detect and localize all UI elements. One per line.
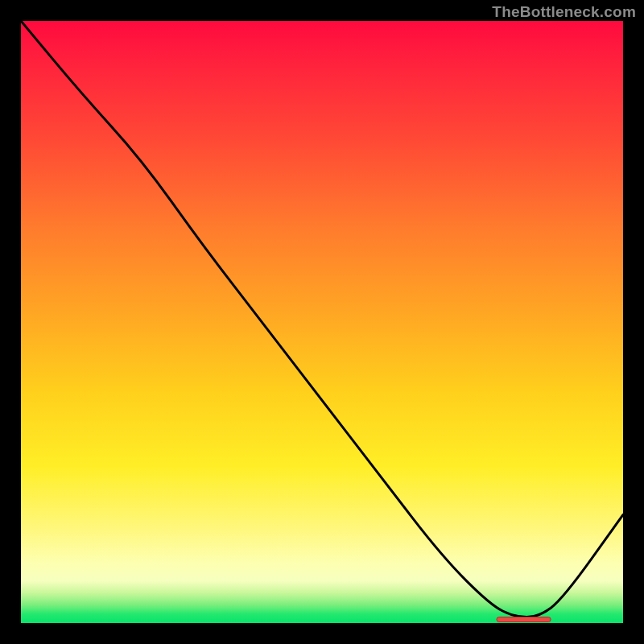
chart-plot-area: [21, 21, 623, 623]
bottleneck-line-chart: [21, 21, 623, 623]
bottleneck-curve: [21, 21, 623, 617]
watermark-text: TheBottleneck.com: [492, 3, 636, 21]
chart-frame: TheBottleneck.com: [0, 0, 644, 644]
optimum-marker: [497, 617, 551, 622]
